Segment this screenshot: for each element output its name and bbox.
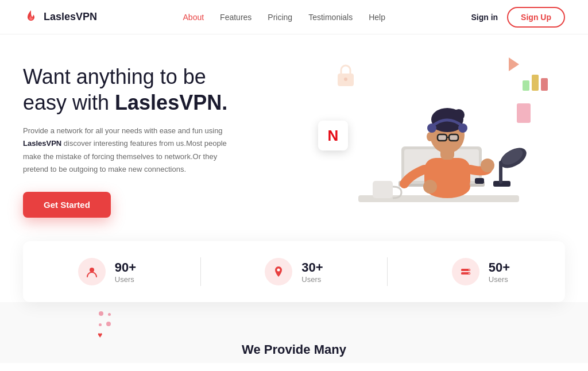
nav-item-help[interactable]: Help xyxy=(369,12,385,22)
nav-item-features[interactable]: Features xyxy=(220,12,252,22)
stat-text-locations: 30+ Users xyxy=(301,260,323,284)
svg-rect-6 xyxy=(373,181,393,198)
signin-button[interactable]: Sign in xyxy=(471,13,498,22)
hero-title-line1: Want anything to be xyxy=(23,65,206,88)
stats-section: 90+ Users 30+ Users 50+ xyxy=(23,241,565,302)
nav-link-pricing[interactable]: Pricing xyxy=(268,13,292,22)
bar-red xyxy=(541,78,548,91)
svg-point-24 xyxy=(458,123,467,133)
stat-number-locations: 30+ xyxy=(301,260,323,275)
nav-item-pricing[interactable]: Pricing xyxy=(268,12,292,22)
bottom-section: ♥ We Provide Many xyxy=(0,302,588,363)
hero-desc-text: Provide a network for all your needs wit… xyxy=(23,126,223,135)
hero-title-line2: easy with xyxy=(23,91,115,114)
server-icon xyxy=(459,265,472,278)
svg-rect-20 xyxy=(449,134,458,141)
user-icon xyxy=(86,265,98,278)
dot-4 xyxy=(106,322,111,326)
hero-illustration: N xyxy=(301,52,565,230)
nav-links: About Features Pricing Testimonials Help xyxy=(183,12,385,22)
stat-text-servers: 50+ Users xyxy=(489,260,510,284)
heart-icon: ♥ xyxy=(98,330,102,339)
svg-point-26 xyxy=(423,180,437,194)
person-illustration xyxy=(335,69,531,230)
svg-rect-19 xyxy=(438,134,447,141)
stat-item-servers: 50+ Users xyxy=(452,258,510,285)
dot-3 xyxy=(99,323,102,326)
stat-label-locations: Users xyxy=(301,275,323,284)
bar-yellow xyxy=(532,75,539,91)
location-icon xyxy=(272,265,285,278)
svg-point-23 xyxy=(427,123,436,133)
stat-label-users: Users xyxy=(115,275,136,284)
hero-title-brand: LaslesVPN. xyxy=(115,91,227,114)
nav-link-about[interactable]: About xyxy=(183,13,204,22)
stat-label-servers: Users xyxy=(489,275,510,284)
nav-item-about[interactable]: About xyxy=(183,12,204,22)
hero-section: Want anything to be easy with LaslesVPN.… xyxy=(0,34,588,241)
svg-point-27 xyxy=(90,268,94,272)
nav-link-testimonials[interactable]: Testimonials xyxy=(308,13,353,22)
signup-button[interactable]: Sign Up xyxy=(507,7,565,28)
get-started-button[interactable]: Get Started xyxy=(23,192,111,218)
svg-point-18 xyxy=(453,109,465,121)
brand-name: LaslesVPN xyxy=(44,11,97,23)
stat-number-servers: 50+ xyxy=(489,260,510,275)
svg-point-32 xyxy=(469,273,470,274)
hero-title: Want anything to be easy with LaslesVPN. xyxy=(23,64,241,115)
stat-text-users: 90+ Users xyxy=(115,260,136,284)
hero-desc-brand: LaslesVPN xyxy=(23,139,61,148)
logo-icon xyxy=(23,9,39,25)
hero-description: Provide a network for all your needs wit… xyxy=(23,125,241,175)
location-icon-wrap xyxy=(265,258,292,285)
nav-link-features[interactable]: Features xyxy=(220,13,252,22)
svg-rect-25 xyxy=(475,178,484,184)
navbar: LaslesVPN About Features Pricing Testimo… xyxy=(0,0,588,34)
nav-link-help[interactable]: Help xyxy=(369,13,385,22)
svg-point-31 xyxy=(469,269,470,270)
svg-point-28 xyxy=(277,269,280,272)
brand-logo[interactable]: LaslesVPN xyxy=(23,9,97,25)
nav-item-testimonials[interactable]: Testimonials xyxy=(308,12,353,22)
stat-item-users: 90+ Users xyxy=(78,258,136,285)
dot-1 xyxy=(99,311,103,316)
hero-content: Want anything to be easy with LaslesVPN.… xyxy=(23,64,241,217)
server-icon-wrap xyxy=(452,258,479,285)
nav-actions: Sign in Sign Up xyxy=(471,7,565,28)
bottom-title: We Provide Many xyxy=(242,342,346,357)
svg-point-13 xyxy=(481,159,494,172)
user-icon-wrap xyxy=(78,258,106,285)
stat-item-locations: 30+ Users xyxy=(265,258,323,285)
decorative-dots: ♥ xyxy=(98,309,112,340)
stat-number-users: 90+ xyxy=(115,260,136,275)
svg-point-22 xyxy=(427,132,434,141)
stat-divider-2 xyxy=(387,257,388,286)
stat-divider-1 xyxy=(200,257,201,286)
dot-2 xyxy=(108,313,111,316)
